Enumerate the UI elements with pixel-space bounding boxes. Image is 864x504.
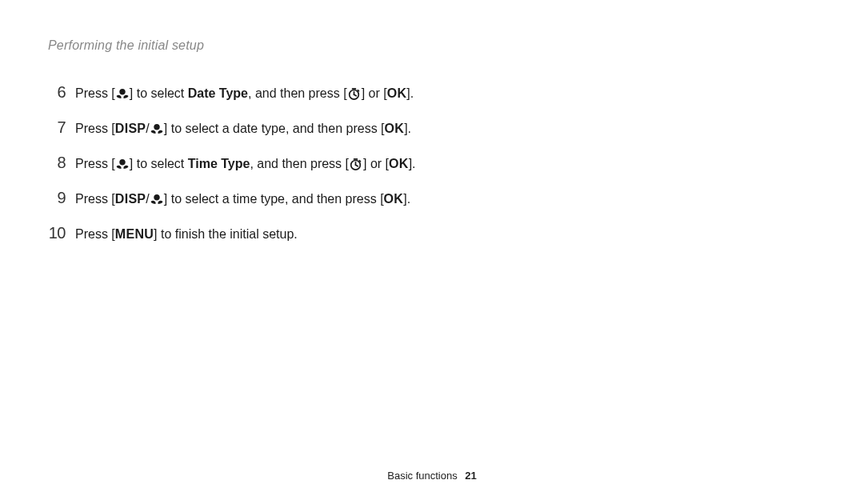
- page-number: 21: [465, 470, 476, 482]
- bold-time-type: Time Type: [188, 157, 250, 170]
- step-text: Press [MENU] to finish the initial setup…: [75, 223, 298, 245]
- macro-icon: [115, 87, 130, 100]
- step-number: 8: [48, 149, 66, 176]
- step-text: Press [] to select Date Type, and then p…: [75, 82, 414, 104]
- step-text: Press [DISP/] to select a date type, and…: [75, 118, 411, 139]
- macro-icon: [150, 122, 164, 135]
- disp-label: DISP: [115, 122, 146, 135]
- step-number: 6: [48, 78, 66, 106]
- ok-label: OK: [389, 157, 409, 170]
- step-number: 9: [48, 184, 66, 211]
- step-text: Press [DISP/] to select a time type, and…: [75, 188, 410, 210]
- ok-label: OK: [385, 122, 405, 135]
- step-item: 7 Press [DISP/] to select a date type, a…: [48, 114, 816, 141]
- step-text: Press [] to select Time Type, and then p…: [75, 153, 416, 174]
- step-item: 10 Press [MENU] to finish the initial se…: [48, 219, 816, 246]
- step-number: 10: [48, 219, 66, 246]
- ok-label: OK: [384, 192, 404, 206]
- macro-icon: [115, 158, 130, 170]
- footer-section: Basic functions: [387, 470, 457, 482]
- page-header: Performing the initial setup: [48, 38, 816, 53]
- ok-label: OK: [387, 86, 407, 100]
- bold-date-type: Date Type: [188, 86, 248, 100]
- page-footer: Basic functions 21: [0, 470, 864, 482]
- step-item: 8 Press [] to select Time Type, and then…: [48, 149, 816, 176]
- step-item: 6 Press [] to select Date Type, and then…: [48, 78, 816, 106]
- disp-label: DISP: [115, 192, 146, 206]
- step-number: 7: [48, 114, 66, 141]
- step-list: 6 Press [] to select Date Type, and then…: [48, 78, 816, 246]
- timer-icon: [347, 87, 362, 100]
- macro-icon: [150, 193, 164, 206]
- step-item: 9 Press [DISP/] to select a time type, a…: [48, 184, 816, 211]
- menu-label: MENU: [115, 227, 154, 241]
- timer-icon: [349, 158, 363, 170]
